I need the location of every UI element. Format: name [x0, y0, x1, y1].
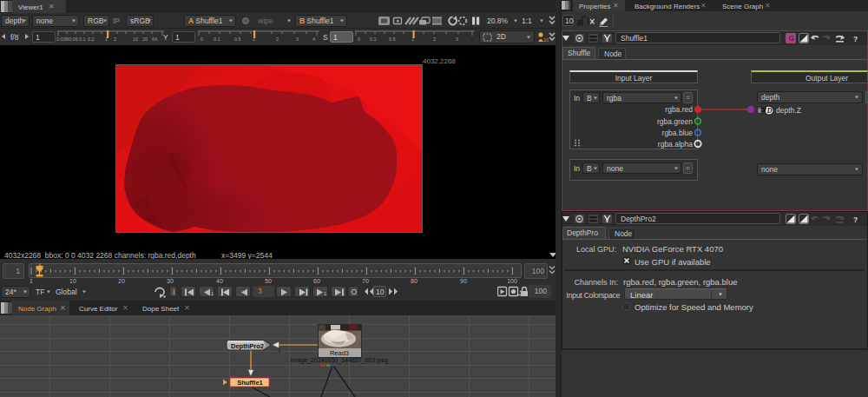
svg-text:3: 3: [456, 36, 458, 42]
svg-text:2: 2: [276, 36, 279, 42]
svg-text:C: C: [760, 107, 764, 114]
svg-text:D: D: [766, 106, 773, 115]
svg-text:20: 20: [142, 36, 148, 42]
svg-text:DepthPro2: DepthPro2: [231, 342, 264, 350]
svg-text:3: 3: [296, 36, 299, 42]
svg-text:0: 0: [201, 36, 203, 42]
svg-text:0.5: 0.5: [389, 36, 396, 42]
svg-text:0.1: 0.1: [370, 36, 377, 42]
svg-text:0.2: 0.2: [88, 36, 95, 42]
svg-text:1: 1: [411, 36, 414, 42]
svg-text:2: 2: [433, 36, 436, 42]
svg-text:0.06: 0.06: [69, 36, 78, 42]
svg-text:64: 64: [152, 36, 157, 42]
svg-text:3: 3: [38, 263, 42, 267]
svg-text:0.5: 0.5: [234, 36, 241, 42]
svg-text:Image_20241030_144837_603.jpeg: Image_20241030_144837_603.jpeg: [291, 357, 389, 364]
svg-text:2: 2: [114, 36, 116, 42]
svg-text:0.039: 0.039: [56, 36, 69, 42]
svg-text:0: 0: [358, 36, 360, 42]
svg-text:1: 1: [278, 347, 281, 353]
svg-text:4: 4: [312, 36, 315, 42]
svg-text:10: 10: [133, 36, 138, 42]
svg-text:0.1: 0.1: [214, 36, 220, 42]
svg-text:Read3: Read3: [330, 349, 349, 357]
svg-text:Shuffle1: Shuffle1: [237, 379, 263, 387]
svg-text:0.1: 0.1: [79, 36, 86, 42]
svg-text:1: 1: [253, 36, 255, 42]
svg-text:1: 1: [105, 36, 108, 42]
